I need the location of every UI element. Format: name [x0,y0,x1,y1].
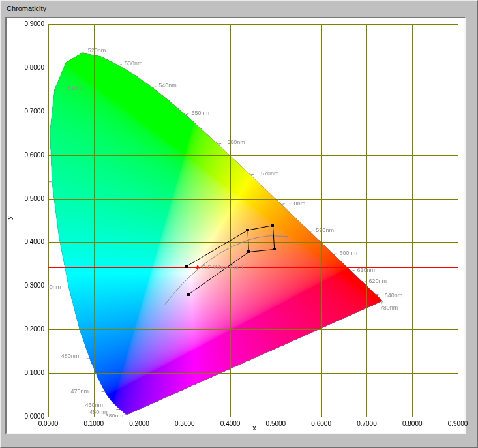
x-axis-label: x [249,424,260,432]
chart-panel: 380nm450nm460nm470nm480nm490nm500nm510nm… [5,17,466,434]
y-axis-label: y [5,216,13,220]
app-window: Chromaticity 380nm450nm460nm470nm480nm49… [0,0,478,448]
window-title: Chromaticity [7,5,46,12]
chromaticity-diagram-canvas[interactable] [7,18,464,433]
